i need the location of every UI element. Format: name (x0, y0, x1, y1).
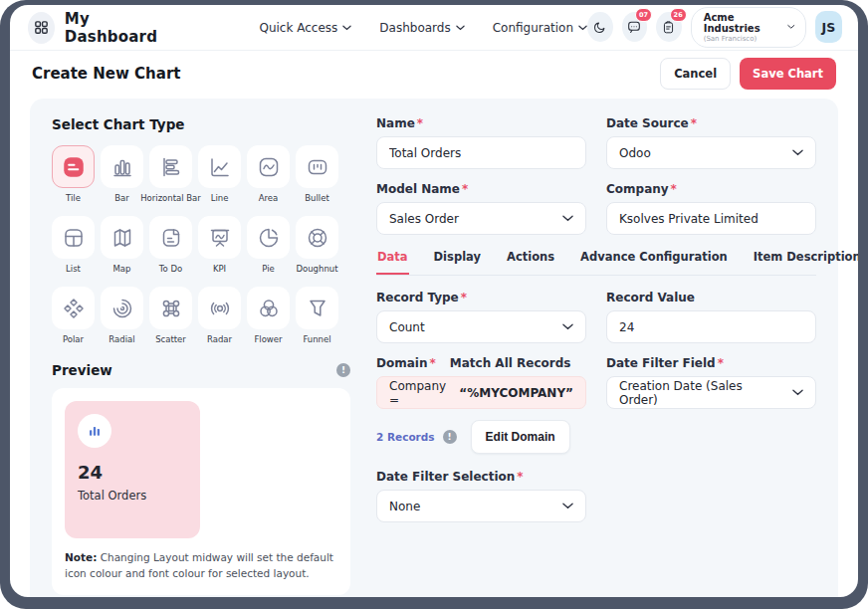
record-value-input[interactable] (606, 310, 816, 343)
messages-badge: 07 (635, 8, 652, 22)
chart-type-column: Select Chart Type Tile Bar Horizontal Ba… (52, 116, 350, 595)
preview-tile: 24 Total Orders (65, 401, 200, 538)
line-icon (198, 145, 241, 188)
chevron-down-icon (578, 25, 587, 31)
chart-type-todo[interactable]: To Do (149, 216, 192, 274)
tab-display[interactable]: Display (433, 248, 482, 275)
chart-type-kpi[interactable]: KPI (198, 216, 241, 274)
domain-records-row: 2 Records ! Edit Domain (376, 420, 586, 454)
chart-type-scatter[interactable]: Scatter (149, 287, 192, 344)
nav-item-label: Dashboards (379, 21, 450, 35)
nav-item-quick-access[interactable]: Quick Access (259, 21, 351, 35)
domain-prefix: Company = (389, 379, 459, 407)
moon-icon (592, 20, 607, 35)
match-all-records-label[interactable]: Match All Records (450, 356, 571, 370)
chart-type-line[interactable]: Line (198, 145, 241, 203)
nav-item-dashboards[interactable]: Dashboards (379, 21, 464, 35)
navbar-right: 07 26 Acme Industries (San Francisco) JS (587, 7, 842, 48)
preview-heading: Preview (52, 362, 112, 378)
record-type-label: Record Type* (376, 291, 586, 304)
records-info-icon[interactable]: ! (443, 430, 457, 444)
name-input[interactable] (376, 136, 586, 169)
chevron-down-icon (792, 389, 803, 396)
chevron-down-icon (342, 25, 351, 31)
date-source-label: Date Source* (606, 116, 816, 130)
tab-data[interactable]: Data (376, 248, 409, 275)
model-name-select[interactable]: Sales Order (376, 202, 586, 235)
bullet-icon (296, 145, 338, 188)
chart-type-tile[interactable]: Tile (52, 145, 95, 203)
nav-item-configuration[interactable]: Configuration (493, 21, 587, 35)
chevron-down-icon (456, 25, 465, 31)
app-title: My Dashboard (65, 10, 168, 46)
tab-item-description[interactable]: Item Description (753, 248, 858, 275)
date-filter-selection-select[interactable]: None (376, 490, 586, 522)
activities-button[interactable]: 26 (656, 12, 682, 42)
company-selector[interactable]: Acme Industries (San Francisco) (691, 7, 806, 48)
note-prefix: Note: (65, 551, 97, 563)
date-filter-field-value: Creation Date (Sales Order) (619, 379, 784, 407)
chart-type-horizontal-bar[interactable]: Horizontal Bar (149, 145, 192, 203)
chart-type-funnel[interactable]: Funnel (296, 287, 338, 344)
doughnut-icon (296, 216, 338, 259)
tab-advance-configuration[interactable]: Advance Configuration (579, 248, 729, 275)
preview-label: Total Orders (78, 489, 187, 503)
chart-type-bar[interactable]: Bar (101, 145, 143, 203)
domain-label-row: Domain* Match All Records (376, 356, 586, 370)
records-count-link[interactable]: 2 Records (376, 431, 435, 443)
header-actions: Cancel Save Chart (660, 58, 836, 90)
chart-type-polar[interactable]: Polar (52, 287, 95, 344)
chart-type-label: Pie (262, 264, 275, 274)
app-logo[interactable] (28, 12, 55, 44)
chart-type-label: Tile (66, 193, 81, 203)
tab-actions[interactable]: Actions (506, 248, 555, 275)
chart-type-flower[interactable]: Flower (247, 287, 290, 344)
record-type-select[interactable]: Count (376, 310, 586, 343)
company-location: (San Francisco) (704, 35, 780, 43)
bar-chart-icon (87, 423, 103, 439)
name-field-group: Name* (376, 116, 586, 169)
chart-type-radial[interactable]: Radial (101, 287, 143, 344)
cancel-button[interactable]: Cancel (660, 58, 731, 90)
company-input[interactable] (606, 202, 816, 235)
chart-type-list[interactable]: List (52, 216, 95, 274)
chart-type-bullet[interactable]: Bullet (296, 145, 338, 203)
chart-type-doughnut[interactable]: Doughnut (296, 216, 338, 274)
record-type-field-group: Record Type* Count (376, 291, 586, 343)
user-avatar[interactable]: JS (815, 11, 842, 43)
main-area: Select Chart Type Tile Bar Horizontal Ba… (10, 97, 858, 597)
preview-info-icon[interactable]: ! (336, 363, 350, 377)
horizontal-bar-icon (149, 145, 192, 188)
save-chart-button[interactable]: Save Chart (740, 58, 836, 90)
dark-mode-toggle[interactable] (587, 12, 613, 42)
chart-type-pie[interactable]: Pie (247, 216, 290, 274)
chart-type-map[interactable]: Map (101, 216, 143, 274)
record-value-field-group: Record Value (606, 291, 816, 343)
model-name-value: Sales Order (389, 212, 459, 226)
date-filter-field-group: Date Filter Field* Creation Date (Sales … (606, 356, 816, 454)
date-filter-field-select[interactable]: Creation Date (Sales Order) (606, 376, 816, 409)
date-filter-field-label: Date Filter Field* (606, 356, 816, 370)
tile-icon (52, 145, 95, 188)
chart-type-label: List (66, 264, 81, 274)
date-source-select[interactable]: Odoo (606, 136, 816, 169)
date-filter-selection-label: Date Filter Selection* (376, 470, 586, 484)
grid-icon (33, 19, 50, 36)
domain-expression[interactable]: Company = “%MYCOMPANY” (376, 376, 586, 409)
polar-icon (52, 287, 95, 329)
clipboard-icon (661, 20, 676, 35)
domain-label: Domain* (376, 356, 436, 370)
edit-domain-button[interactable]: Edit Domain (471, 420, 570, 454)
list-icon (52, 216, 95, 259)
scatter-icon (149, 287, 192, 329)
navbar-left: My Dashboard (28, 10, 167, 46)
messages-button[interactable]: 07 (622, 12, 648, 42)
chart-form-column: Name* Date Source* Odoo Model Name* Sale… (376, 116, 816, 595)
chart-type-area[interactable]: Area (247, 145, 290, 203)
device-frame: My Dashboard Quick Access Dashboards Con… (0, 0, 868, 609)
chart-type-label: Bar (114, 193, 129, 203)
page-title: Create New Chart (32, 65, 180, 83)
chart-type-radar[interactable]: Radar (198, 287, 241, 344)
chevron-down-icon (792, 149, 803, 156)
record-type-value: Count (389, 320, 425, 334)
